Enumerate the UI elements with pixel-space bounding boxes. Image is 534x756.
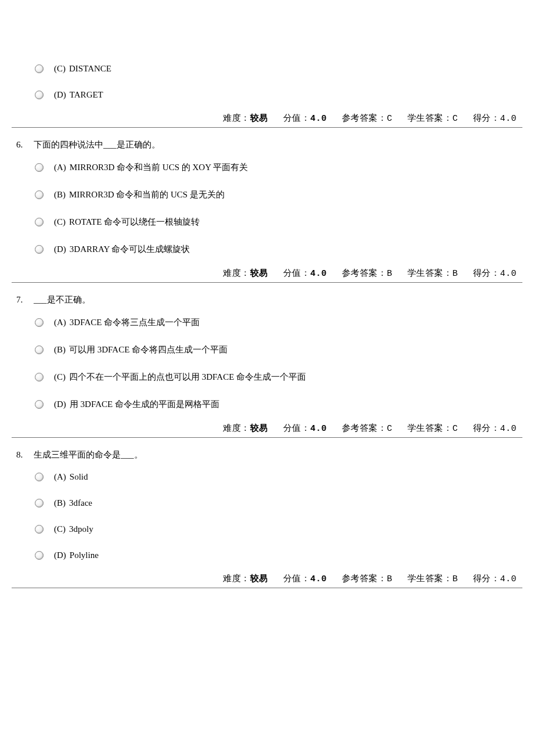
option-text: MIRROR3D 命令和当前 UCS 的 XOY 平面有关	[70, 162, 248, 173]
option-text: 3dface	[69, 498, 92, 508]
orphan-options: (C) DISTANCE (D) TARGET 难度：较易 分值：4.0 参考答…	[12, 0, 522, 128]
radio-icon[interactable]	[35, 373, 44, 381]
meta-row: 难度：较易 分值：4.0 参考答案：C 学生答案：C 得分：4.0	[12, 423, 522, 434]
meta-score: 得分：4.0	[473, 423, 517, 434]
question-text: 下面的四种说法中___是正确的。	[34, 139, 522, 150]
option-text: Polyline	[70, 550, 99, 560]
question-number: 6.	[16, 140, 34, 150]
question-number: 7.	[16, 295, 34, 305]
option-text: Solid	[70, 472, 88, 482]
meta-student-answer: 学生答案：C	[407, 113, 458, 124]
option-text: 四个不在一个平面上的点也可以用 3DFACE 命令生成一个平面	[69, 372, 306, 383]
option-text: 3DFACE 命令将三点生成一个平面	[70, 317, 200, 328]
option-label: (B)	[54, 498, 66, 508]
meta-row: 难度：较易 分值：4.0 参考答案：B 学生答案：B 得分：4.0	[12, 268, 522, 279]
meta-row: 难度：较易 分值：4.0 参考答案：C 学生答案：C 得分：4.0	[12, 113, 522, 124]
meta-points: 分值：4.0	[283, 113, 327, 124]
option-text: 3DARRAY 命令可以生成螺旋状	[70, 244, 190, 255]
radio-icon[interactable]	[35, 245, 44, 254]
radio-icon[interactable]	[35, 318, 44, 327]
option-text: DISTANCE	[69, 64, 111, 74]
option-text: MIRROR3D 命令和当前的 UCS 是无关的	[69, 189, 225, 200]
option-label: (A)	[54, 163, 66, 172]
option-row: (C) 四个不在一个平面上的点也可以用 3DFACE 命令生成一个平面	[12, 372, 522, 383]
option-text: TARGET	[70, 90, 103, 100]
option-text: ROTATE 命令可以绕任一根轴旋转	[69, 217, 200, 228]
meta-ref-answer: 参考答案：B	[342, 573, 392, 584]
option-row: (A) 3DFACE 命令将三点生成一个平面	[12, 317, 522, 328]
option-label: (D)	[54, 90, 66, 100]
meta-score: 得分：4.0	[473, 268, 517, 279]
option-row: (D) 用 3DFACE 命令生成的平面是网格平面	[12, 399, 522, 410]
option-row: (C) DISTANCE	[12, 64, 522, 74]
option-label: (A)	[54, 472, 66, 482]
option-label: (B)	[54, 190, 66, 200]
meta-student-answer: 学生答案：C	[407, 423, 458, 434]
option-text: 用 3DFACE 命令生成的平面是网格平面	[70, 399, 219, 410]
option-row: (C) ROTATE 命令可以绕任一根轴旋转	[12, 217, 522, 228]
option-label: (D)	[54, 244, 66, 254]
meta-points: 分值：4.0	[283, 573, 327, 584]
meta-ref-answer: 参考答案：B	[342, 268, 392, 279]
question-6: 6. 下面的四种说法中___是正确的。 (A) MIRROR3D 命令和当前 U…	[12, 128, 522, 283]
option-row: (C) 3dpoly	[12, 524, 522, 534]
separator	[12, 437, 522, 438]
option-label: (D)	[54, 550, 66, 560]
option-label: (C)	[54, 64, 66, 74]
page: (C) DISTANCE (D) TARGET 难度：较易 分值：4.0 参考答…	[0, 0, 534, 611]
option-row: (B) MIRROR3D 命令和当前的 UCS 是无关的	[12, 189, 522, 200]
meta-difficulty: 难度：较易	[223, 113, 268, 124]
question-text: 生成三维平面的命令是___。	[34, 449, 522, 460]
option-label: (C)	[54, 524, 66, 534]
meta-difficulty: 难度：较易	[223, 268, 268, 279]
option-label: (C)	[54, 372, 66, 382]
radio-icon[interactable]	[35, 499, 44, 507]
option-label: (B)	[54, 345, 66, 355]
option-row: (D) 3DARRAY 命令可以生成螺旋状	[12, 244, 522, 255]
meta-score: 得分：4.0	[473, 113, 517, 124]
meta-difficulty: 难度：较易	[223, 423, 268, 434]
question-header: 7. ___是不正确。	[12, 294, 522, 305]
meta-difficulty: 难度：较易	[223, 573, 268, 584]
meta-student-answer: 学生答案：B	[407, 573, 458, 584]
option-row: (A) Solid	[12, 472, 522, 482]
radio-icon[interactable]	[35, 400, 44, 409]
question-number: 8.	[16, 450, 34, 460]
radio-icon[interactable]	[35, 218, 44, 226]
meta-ref-answer: 参考答案：C	[342, 113, 392, 124]
meta-ref-answer: 参考答案：C	[342, 423, 392, 434]
radio-icon[interactable]	[35, 190, 44, 199]
radio-icon[interactable]	[35, 473, 44, 481]
question-header: 8. 生成三维平面的命令是___。	[12, 449, 522, 460]
separator	[12, 588, 522, 588]
question-text: ___是不正确。	[34, 294, 522, 305]
option-label: (A)	[54, 318, 66, 327]
meta-student-answer: 学生答案：B	[407, 268, 458, 279]
option-text: 3dpoly	[69, 524, 93, 534]
option-row: (A) MIRROR3D 命令和当前 UCS 的 XOY 平面有关	[12, 162, 522, 173]
separator	[12, 282, 522, 283]
radio-icon[interactable]	[35, 163, 44, 172]
meta-points: 分值：4.0	[283, 268, 327, 279]
separator	[12, 127, 522, 128]
option-label: (D)	[54, 399, 66, 409]
option-row: (D) Polyline	[12, 550, 522, 560]
radio-icon[interactable]	[35, 64, 44, 73]
question-7: 7. ___是不正确。 (A) 3DFACE 命令将三点生成一个平面 (B) 可…	[12, 283, 522, 438]
question-header: 6. 下面的四种说法中___是正确的。	[12, 139, 522, 150]
meta-points: 分值：4.0	[283, 423, 327, 434]
question-8: 8. 生成三维平面的命令是___。 (A) Solid (B) 3dface (…	[12, 438, 522, 588]
radio-icon[interactable]	[35, 345, 44, 354]
option-label: (C)	[54, 217, 66, 227]
meta-score: 得分：4.0	[473, 573, 517, 584]
option-row: (B) 3dface	[12, 498, 522, 508]
meta-row: 难度：较易 分值：4.0 参考答案：B 学生答案：B 得分：4.0	[12, 573, 522, 584]
option-row: (B) 可以用 3DFACE 命令将四点生成一个平面	[12, 344, 522, 355]
option-row: (D) TARGET	[12, 90, 522, 100]
radio-icon[interactable]	[35, 91, 44, 99]
option-text: 可以用 3DFACE 命令将四点生成一个平面	[69, 344, 228, 355]
radio-icon[interactable]	[35, 551, 44, 560]
radio-icon[interactable]	[35, 525, 44, 534]
